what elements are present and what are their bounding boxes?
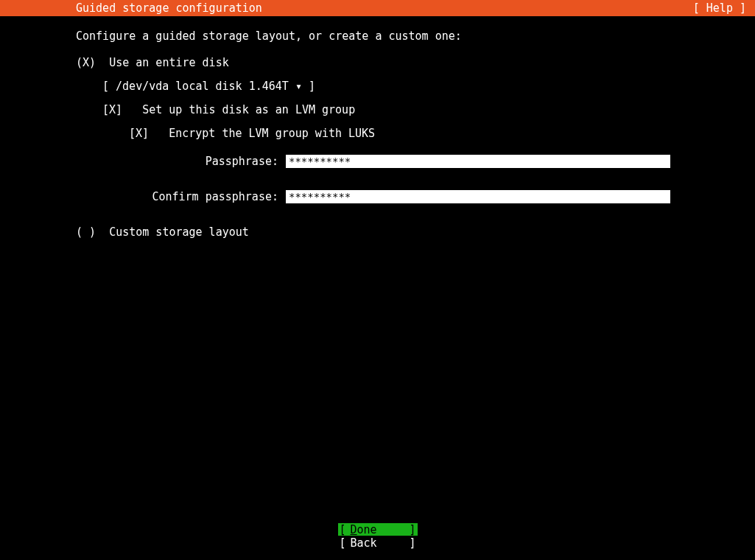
confirm-passphrase-label: Confirm passphrase: <box>76 190 286 203</box>
radio-marker-entire-disk: (X) <box>76 56 96 69</box>
bracket-left-icon: [ <box>338 536 346 550</box>
passphrase-row: Passphrase: ********** <box>76 155 755 168</box>
checkbox-label-encrypt: Encrypt the LVM group with LUKS <box>149 127 375 140</box>
done-button-label: Done <box>346 523 410 536</box>
option-label-entire-disk: Use an entire disk <box>96 56 229 69</box>
back-button-label: Back <box>346 536 410 550</box>
header-bar: Guided storage configuration [ Help ] <box>0 0 755 16</box>
help-button[interactable]: [ Help ] <box>693 1 746 15</box>
passphrase-input[interactable]: ********** <box>286 155 670 168</box>
page-title: Guided storage configuration <box>76 1 262 15</box>
option-entire-disk[interactable]: (X) Use an entire disk <box>76 56 755 69</box>
done-button[interactable]: [ Done ] <box>338 523 418 536</box>
bracket-left-icon: [ <box>338 523 346 536</box>
radio-marker-custom: ( ) <box>76 225 96 239</box>
disk-selector-dropdown[interactable]: [ /dev/vda local disk 1.464T ▾ ] <box>102 80 755 93</box>
back-button[interactable]: [ Back ] <box>338 536 418 549</box>
checkbox-lvm[interactable]: [X] Set up this disk as an LVM group <box>102 103 755 116</box>
bracket-right-icon: ] <box>409 536 417 550</box>
instruction-text: Configure a guided storage layout, or cr… <box>76 29 755 43</box>
option-custom-layout[interactable]: ( ) Custom storage layout <box>76 225 755 239</box>
confirm-passphrase-row: Confirm passphrase: ********** <box>76 190 755 203</box>
confirm-passphrase-input[interactable]: ********** <box>286 190 670 203</box>
bracket-right-icon: ] <box>409 523 417 536</box>
footer-buttons: [ Done ] [ Back ] <box>0 523 755 550</box>
checkbox-marker-encrypt: [X] <box>129 127 149 140</box>
checkbox-encrypt[interactable]: [X] Encrypt the LVM group with LUKS <box>129 127 755 140</box>
checkbox-marker-lvm: [X] <box>102 103 122 116</box>
passphrase-label: Passphrase: <box>76 155 286 168</box>
content-area: Configure a guided storage layout, or cr… <box>0 16 755 239</box>
checkbox-label-lvm: Set up this disk as an LVM group <box>122 103 355 116</box>
disk-selector-text: [ /dev/vda local disk 1.464T ▾ ] <box>102 80 315 93</box>
option-label-custom: Custom storage layout <box>96 225 249 239</box>
